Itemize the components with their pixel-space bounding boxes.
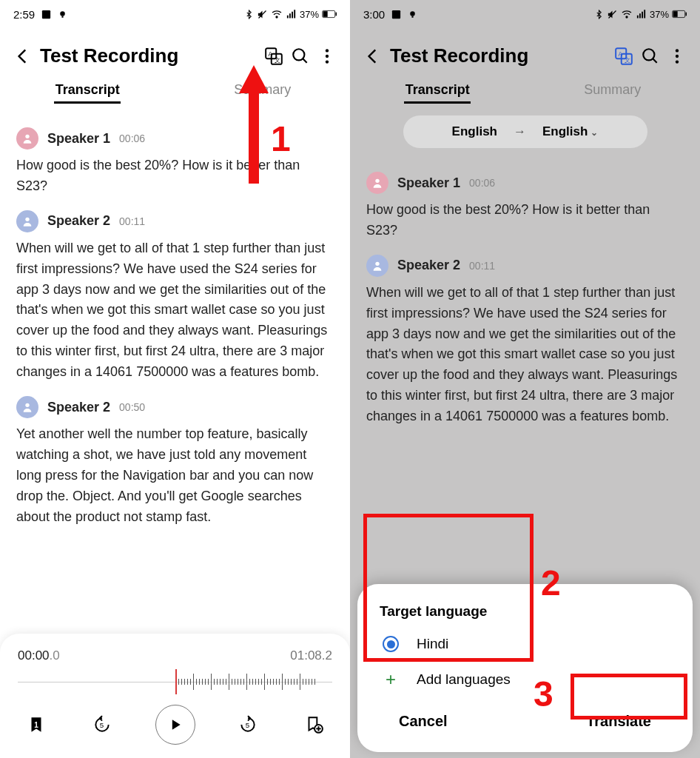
speaker-name: Speaker 1	[47, 131, 110, 147]
timestamp: 00:11	[119, 215, 145, 227]
svg-rect-6	[289, 13, 291, 18]
mute-icon	[607, 9, 618, 20]
avatar	[16, 127, 38, 150]
wifi-icon	[621, 8, 633, 20]
bluetooth-icon	[594, 10, 604, 19]
speaker-name: Speaker 2	[397, 258, 460, 273]
add-languages-label: Add languages	[417, 671, 511, 688]
svg-text:5: 5	[100, 721, 104, 729]
svg-point-48	[676, 49, 679, 52]
battery-icon	[322, 10, 337, 19]
bookmark-button[interactable]: 1	[24, 712, 49, 737]
status-bar: 2:59 37%	[0, 0, 350, 28]
gallery-icon	[391, 9, 402, 20]
arrow-icon: →	[514, 124, 526, 139]
chevron-down-icon: ⌄	[590, 127, 598, 138]
left-screenshot: 2:59 37% Test Recording A文 Transcript Su…	[0, 0, 350, 758]
svg-text:A: A	[268, 50, 272, 58]
more-icon[interactable]	[667, 47, 687, 66]
more-icon[interactable]	[317, 47, 337, 66]
translate-icon[interactable]: A文	[614, 47, 633, 66]
svg-rect-35	[637, 15, 639, 18]
timestamp: 00:06	[469, 177, 495, 189]
translate-button[interactable]: Translate	[577, 707, 660, 736]
entry: Speaker 1 00:06 How good is the best 20%…	[366, 172, 684, 241]
svg-point-50	[676, 60, 679, 63]
utterance: When will we get to all of that 1 step f…	[366, 283, 684, 427]
page-title: Test Recording	[40, 44, 178, 67]
current-time: 00:00.0	[18, 648, 60, 663]
tab-transcript[interactable]: Transcript	[0, 78, 175, 105]
translate-icon[interactable]: A文	[264, 47, 283, 66]
svg-point-18	[326, 49, 329, 52]
avatar	[16, 396, 38, 418]
total-time: 01:08.2	[290, 648, 332, 663]
forward-button[interactable]: 5	[235, 712, 260, 737]
wifi-icon	[271, 8, 283, 20]
svg-line-47	[653, 58, 656, 62]
svg-rect-7	[292, 11, 293, 18]
rewind-button[interactable]: 5	[90, 712, 115, 737]
signal-icon	[636, 9, 647, 20]
utterance: How good is the best 20%? How is it bett…	[366, 200, 684, 241]
tab-summary[interactable]: Summary	[175, 78, 351, 105]
source-lang[interactable]: English	[452, 124, 497, 139]
target-lang[interactable]: English⌄	[542, 124, 598, 139]
tabs: Transcript Summary	[350, 75, 700, 111]
entry: Speaker 2 00:11 When will we get to all …	[16, 210, 334, 383]
svg-point-21	[25, 135, 29, 138]
language-option-hindi[interactable]: Hindi	[380, 636, 670, 652]
add-bookmark-button[interactable]	[301, 712, 326, 737]
svg-point-34	[626, 16, 627, 18]
search-icon[interactable]	[641, 47, 660, 66]
svg-point-1	[60, 11, 65, 16]
app-header: Test Recording A文	[350, 28, 700, 75]
avatar	[16, 210, 38, 232]
svg-point-49	[676, 54, 679, 57]
svg-text:文: 文	[275, 56, 280, 63]
status-time: 2:59	[13, 8, 35, 21]
transcript-content: Speaker 1 00:06 How good is the best 20%…	[350, 155, 700, 427]
svg-rect-10	[323, 11, 328, 17]
svg-text:A: A	[618, 50, 622, 58]
svg-point-23	[25, 403, 29, 407]
back-icon[interactable]	[13, 47, 33, 66]
back-icon[interactable]	[363, 47, 383, 66]
cancel-button[interactable]: Cancel	[390, 707, 457, 736]
entry: Speaker 2 00:11 When will we get to all …	[366, 255, 684, 427]
utterance: How good is the best 20%? How is it bett…	[16, 155, 334, 197]
svg-rect-38	[644, 10, 645, 18]
right-screenshot: 3:00 37% Test Recording A文 Transcript Su…	[350, 0, 700, 758]
bluetooth-icon	[244, 10, 254, 19]
svg-rect-5	[287, 15, 289, 18]
play-button[interactable]	[155, 705, 195, 745]
tab-transcript[interactable]: Transcript	[350, 78, 525, 105]
svg-rect-32	[412, 16, 414, 17]
svg-text:文: 文	[625, 56, 630, 63]
search-icon[interactable]	[291, 47, 310, 66]
language-selector[interactable]: English → English⌄	[403, 115, 647, 148]
bulb-icon	[408, 10, 417, 19]
timestamp: 00:11	[469, 260, 495, 272]
battery-pct: 37%	[650, 9, 669, 20]
svg-rect-0	[42, 10, 50, 18]
add-languages-row[interactable]: + Add languages	[380, 671, 670, 688]
battery-icon	[672, 10, 687, 19]
bookmark-count: 1	[24, 721, 49, 729]
tab-summary[interactable]: Summary	[525, 78, 701, 105]
playhead-cursor[interactable]	[175, 669, 177, 694]
speaker-name: Speaker 2	[47, 400, 110, 415]
svg-rect-11	[335, 13, 337, 16]
radio-selected-icon	[383, 636, 399, 652]
svg-rect-2	[62, 16, 64, 17]
target-language-sheet: Target language Hindi + Add languages Ca…	[357, 584, 693, 752]
svg-point-31	[410, 11, 415, 16]
entry: Speaker 1 00:06 How good is the best 20%…	[16, 127, 334, 197]
status-bar: 3:00 37%	[350, 0, 700, 28]
svg-point-51	[375, 179, 379, 183]
gallery-icon	[41, 9, 52, 20]
avatar	[366, 172, 388, 194]
waveform[interactable]	[18, 669, 332, 694]
timestamp: 00:06	[119, 133, 145, 144]
utterance: Yet another well the number top feature,…	[16, 424, 334, 527]
